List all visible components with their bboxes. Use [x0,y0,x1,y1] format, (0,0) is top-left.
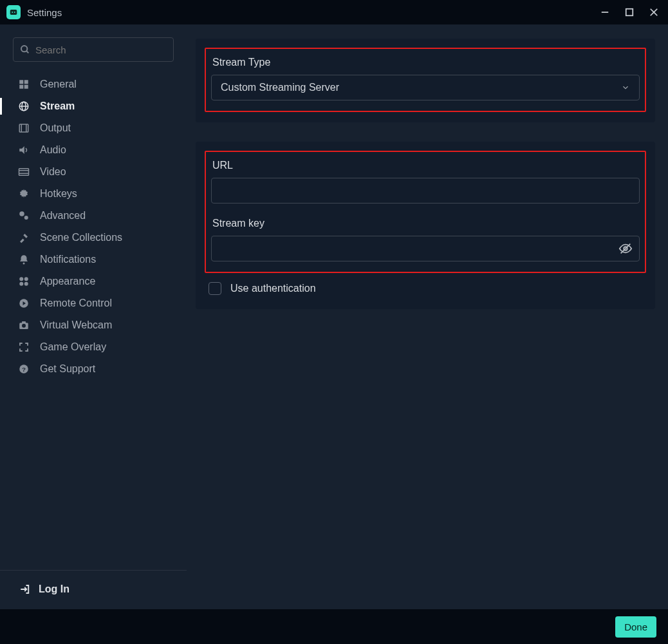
gears-icon [17,210,31,222]
eye-off-icon [618,242,633,256]
footer: Done [0,609,668,644]
sidebar-item-label: Virtual Webcam [40,319,112,331]
svg-rect-16 [19,124,28,132]
search-icon [20,44,30,55]
sidebar-item-label: Hotkeys [40,188,77,200]
login-button[interactable]: Log In [0,577,187,609]
sidebar-item-advanced[interactable]: Advanced [0,205,187,227]
search-input-wrap[interactable] [13,37,174,62]
titlebar: Settings [0,0,668,24]
url-label: URL [211,158,640,178]
sidebar-item-label: General [40,79,77,90]
chevron-down-icon [621,83,630,92]
svg-text:?: ? [22,366,26,373]
sidebar-item-label: Get Support [40,363,95,375]
svg-point-25 [24,216,28,220]
stream-type-label: Stream Type [211,55,640,75]
globe-icon [17,100,31,112]
play-circle-icon [17,298,31,309]
sidebar-item-label: Scene Collections [40,232,122,243]
use-authentication-label: Use authentication [230,283,316,294]
sidebar-item-output[interactable]: Output [0,117,187,139]
palette-icon [17,276,31,287]
sidebar-item-label: Game Overlay [40,341,106,353]
reveal-key-button[interactable] [618,241,633,256]
svg-rect-20 [19,169,29,176]
login-icon [19,583,31,595]
main-content: Stream Type Custom Streaming Server URL … [187,24,668,609]
svg-rect-0 [10,10,17,15]
login-label: Log In [39,583,70,595]
svg-line-8 [26,51,28,53]
window-title: Settings [27,7,62,18]
sidebar-item-label: Remote Control [40,298,112,309]
done-button[interactable]: Done [615,616,656,638]
stream-type-select[interactable]: Custom Streaming Server [211,75,640,100]
film-icon [17,122,31,134]
expand-icon [17,341,31,353]
sidebar-item-virtual-webcam[interactable]: Virtual Webcam [0,314,187,336]
svg-point-28 [24,277,28,281]
svg-rect-11 [19,85,23,89]
highlight-box-stream-type: Stream Type Custom Streaming Server [205,48,646,112]
stream-key-label: Stream key [211,216,640,236]
svg-point-7 [21,46,27,52]
svg-point-2 [14,12,15,13]
volume-icon [17,144,31,156]
sidebar-item-notifications[interactable]: Notifications [0,249,187,270]
grid-icon [17,79,31,90]
sidebar-item-stream[interactable]: Stream [0,95,187,117]
svg-point-27 [19,277,23,281]
svg-point-26 [23,263,25,265]
svg-point-1 [12,12,13,13]
highlight-box-url-key: URL Stream key [205,151,646,273]
sidebar-item-scene-collections[interactable]: Scene Collections [0,227,187,249]
sidebar-item-audio[interactable]: Audio [0,139,187,161]
sidebar-item-label: Notifications [40,254,96,265]
divider [0,570,187,571]
sidebar-item-appearance[interactable]: Appearance [0,270,187,292]
svg-point-24 [19,211,24,216]
sidebar-item-video[interactable]: Video [0,161,187,183]
svg-rect-12 [24,85,28,89]
url-input[interactable] [211,178,640,204]
tools-icon [17,232,31,243]
sidebar: General Stream Output Audio Video Hotkey… [0,24,187,609]
stream-key-input[interactable] [211,236,640,261]
sidebar-item-label: Stream [40,100,75,112]
sidebar-item-general[interactable]: General [0,73,187,95]
svg-point-30 [24,282,28,286]
sidebar-item-label: Advanced [40,210,86,222]
svg-point-29 [19,282,23,286]
server-panel: URL Stream key Use authenticati [196,142,655,309]
svg-rect-35 [22,321,26,323]
video-icon [17,166,31,178]
stream-type-selected-value: Custom Streaming Server [221,82,339,93]
svg-rect-10 [24,80,28,84]
app-icon [6,5,21,19]
svg-point-34 [22,324,26,328]
sidebar-item-get-support[interactable]: ? Get Support [0,358,187,380]
sidebar-item-hotkeys[interactable]: Hotkeys [0,183,187,205]
svg-rect-9 [19,80,23,84]
stream-type-panel: Stream Type Custom Streaming Server [196,39,655,122]
close-button[interactable] [649,7,659,17]
sidebar-item-label: Output [40,122,71,134]
use-authentication-row[interactable]: Use authentication [205,273,646,299]
sidebar-item-remote-control[interactable]: Remote Control [0,292,187,314]
help-icon: ? [17,363,31,375]
sidebar-item-label: Appearance [40,276,95,287]
bell-icon [17,254,31,265]
sidebar-item-game-overlay[interactable]: Game Overlay [0,336,187,358]
sidebar-item-label: Video [40,166,66,178]
camera-icon [17,319,31,331]
search-input[interactable] [35,44,167,55]
svg-rect-4 [626,9,633,16]
minimize-button[interactable] [600,7,610,17]
svg-marker-19 [19,146,24,154]
gear-icon [17,188,31,200]
sidebar-item-label: Audio [40,144,66,156]
maximize-button[interactable] [624,7,635,17]
use-authentication-checkbox[interactable] [209,282,221,295]
